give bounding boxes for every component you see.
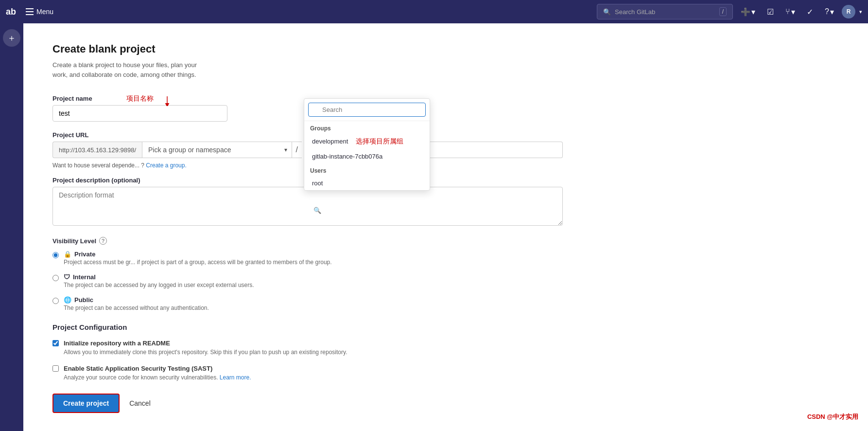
dropdown-search-wrap	[304, 99, 430, 121]
merge-request-icon: ⑂	[785, 7, 790, 16]
page-description: Create a blank project to house your fil…	[52, 60, 208, 79]
private-label[interactable]: 🔒 Private	[64, 251, 332, 258]
visibility-help-icon[interactable]: ?	[99, 237, 107, 245]
todo-icon: ☑	[767, 7, 774, 17]
users-section-label: Users	[304, 163, 430, 176]
private-desc: Project access must be gr... if project …	[64, 259, 332, 266]
top-navigation: ab Menu 🔍 / ➕ ▾ ☑ ⑂ ▾ ✓ ? ▾ R ▾	[0, 0, 868, 23]
namespace-select[interactable]: Pick a group or namespace development gi…	[142, 142, 292, 158]
csdn-watermark: CSDN @中才实用	[807, 413, 858, 421]
public-desc: The project can be accessed without any …	[64, 305, 209, 311]
groups-section-label: Groups	[304, 121, 430, 134]
private-radio[interactable]	[52, 252, 59, 258]
project-name-input[interactable]	[52, 105, 227, 122]
todo-button[interactable]: ☑	[763, 5, 778, 18]
visibility-label: Visibility Level ?	[52, 237, 563, 245]
sast-label[interactable]: Enable Static Application Security Testi…	[64, 365, 212, 372]
help-icon: ?	[825, 7, 829, 16]
init-readme-content: Initialize repository with a README Allo…	[64, 339, 347, 357]
project-configuration-section: Project Configuration Initialize reposit…	[52, 323, 563, 382]
public-label[interactable]: 🌐 Public	[64, 296, 209, 304]
dropdown-item-root[interactable]: root	[304, 176, 430, 190]
project-url-col: Project URL http://103.45.163.129:9898/ …	[52, 131, 302, 158]
issues-icon: ✓	[807, 7, 813, 17]
menu-button[interactable]: Menu	[22, 6, 57, 18]
internal-label[interactable]: 🛡 Internal	[64, 273, 254, 281]
lock-icon: 🔒	[64, 251, 71, 258]
visibility-section: Visibility Level ? 🔒 Private Project acc…	[52, 237, 563, 311]
mr-dropdown-icon: ▾	[791, 7, 795, 17]
sast-checkbox[interactable]	[52, 365, 59, 372]
project-url-label: Project URL	[52, 131, 302, 139]
plus-icon: ➕	[741, 7, 750, 17]
dropdown-arrow-icon: ▾	[751, 7, 755, 17]
avatar-dropdown-icon: ▾	[859, 9, 862, 15]
slash-badge: /	[719, 7, 727, 16]
init-readme-label[interactable]: Initialize repository with a README	[64, 340, 170, 347]
sast-content: Enable Static Application Security Testi…	[64, 364, 251, 382]
group-annotation: 选择项目所属组	[356, 137, 403, 145]
create-group-link[interactable]: Create a group.	[146, 162, 186, 169]
menu-label: Menu	[36, 8, 53, 16]
shield-icon: 🛡	[64, 273, 70, 281]
merge-request-button[interactable]: ⑂ ▾	[781, 5, 799, 18]
user-avatar[interactable]: R	[842, 5, 855, 18]
private-option-content: 🔒 Private Project access must be gr... i…	[64, 251, 332, 266]
nav-logo: ab	[6, 7, 16, 17]
public-option-content: 🌐 Public The project can be accessed wit…	[64, 296, 209, 311]
visibility-internal-option: 🛡 Internal The project can be accessed b…	[52, 273, 563, 288]
sast-option: Enable Static Application Security Testi…	[52, 364, 563, 382]
help-dropdown-icon: ▾	[830, 7, 834, 17]
dropdown-item-development[interactable]: development 选择项目所属组	[304, 134, 430, 149]
url-slash-separator: /	[292, 142, 302, 158]
form-actions: Create project Cancel	[52, 394, 563, 413]
page-title: Create blank project	[52, 43, 577, 55]
learn-more-link[interactable]: Learn more.	[220, 374, 251, 381]
visibility-private-option: 🔒 Private Project access must be gr... i…	[52, 251, 563, 266]
project-name-annotation: 项目名称	[126, 94, 154, 103]
issues-button[interactable]: ✓	[803, 5, 817, 18]
internal-desc: The project can be accessed by any logge…	[64, 282, 254, 288]
init-readme-desc: Allows you to immediately clone this pro…	[64, 348, 347, 357]
global-search-box[interactable]: 🔍 /	[597, 4, 733, 19]
main-content: Create blank project Create a blank proj…	[23, 23, 607, 431]
config-label: Project Configuration	[52, 323, 563, 331]
internal-radio[interactable]	[52, 275, 59, 281]
sast-desc: Analyze your source code for known secur…	[64, 373, 251, 382]
create-project-button[interactable]: Create project	[52, 394, 120, 413]
public-radio[interactable]	[52, 298, 59, 304]
globe-icon: 🌐	[64, 296, 71, 304]
namespace-dropdown: 🔍 Groups development 选择项目所属组 gitlab-inst…	[304, 98, 430, 191]
dropdown-item-gitlab-instance[interactable]: gitlab-instance-7cbb076a	[304, 149, 430, 163]
project-url-input-group: http://103.45.163.129:9898/ Pick a group…	[52, 142, 302, 158]
page-header: Create blank project Create a blank proj…	[52, 43, 577, 79]
visibility-public-option: 🌐 Public The project can be accessed wit…	[52, 296, 563, 311]
search-input[interactable]	[615, 8, 715, 16]
create-button[interactable]: ➕ ▾	[737, 5, 759, 18]
sidebar-new-project-icon[interactable]: ＋	[3, 29, 20, 47]
help-button[interactable]: ? ▾	[821, 5, 838, 18]
search-icon: 🔍	[603, 8, 611, 16]
hamburger-icon	[26, 8, 34, 15]
project-description-input[interactable]	[52, 187, 563, 226]
namespace-hint-text: Want to house several depende... ?	[52, 162, 146, 169]
internal-option-content: 🛡 Internal The project can be accessed b…	[64, 273, 254, 288]
namespace-select-container: Pick a group or namespace development gi…	[142, 142, 292, 158]
cancel-button[interactable]: Cancel	[125, 395, 155, 412]
init-readme-checkbox[interactable]	[52, 340, 59, 346]
url-prefix: http://103.45.163.129:9898/	[52, 142, 142, 158]
sidebar: ＋	[0, 23, 23, 431]
dropdown-search-input[interactable]	[308, 103, 426, 117]
init-readme-option: Initialize repository with a README Allo…	[52, 339, 563, 357]
